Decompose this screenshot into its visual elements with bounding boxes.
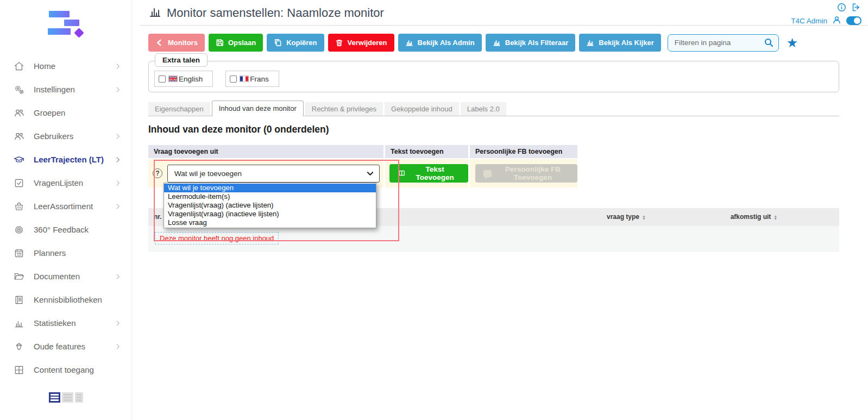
- save-button[interactable]: Opslaan: [209, 34, 263, 52]
- english-checkbox[interactable]: [159, 76, 166, 83]
- sidebar-item-content-toegang[interactable]: Content toegang: [0, 358, 131, 381]
- app-logo[interactable]: [48, 11, 87, 39]
- user-name[interactable]: T4C Admin: [791, 17, 827, 25]
- search-icon[interactable]: [764, 37, 774, 50]
- dropdown-option[interactable]: Vragenlijst(vraag) (inactieve lijsten): [164, 210, 376, 218]
- tab-bar: Eigenschappen Inhoud van deze monitor Re…: [148, 101, 839, 116]
- extra-languages-legend: Extra talen: [155, 53, 207, 67]
- app-window: Home Instellingen Groepen Gebruikers Lee…: [0, 0, 868, 420]
- tab-labels[interactable]: Labels 2.0: [461, 102, 506, 116]
- sidebar-item-planners[interactable]: Planners: [0, 241, 131, 265]
- chevron-right-icon: [114, 156, 122, 164]
- tab-gekoppelde-inhoud[interactable]: Gekoppelde inhoud: [385, 102, 459, 116]
- sidebar-item-gebruikers[interactable]: Gebruikers: [0, 124, 131, 148]
- main-content: Monitor samenstellen: Naamloze monitor T…: [132, 0, 868, 420]
- checkbox-icon: [14, 178, 24, 189]
- extra-languages-box: Extra talen English Frans: [148, 61, 839, 92]
- add-personal-fb-button[interactable]: Persoonlijke FB Toevoegen: [475, 164, 577, 183]
- grid-icon: [14, 365, 24, 375]
- view-as-kijker-button[interactable]: Bekijk Als Kijker: [579, 34, 661, 52]
- sidebar-item-vragenlijsten[interactable]: VragenLijsten: [0, 171, 131, 195]
- tab-rechten[interactable]: Rechten & privileges: [305, 102, 383, 116]
- sidebar-item-documenten[interactable]: Documenten: [0, 265, 131, 288]
- sidebar-item-home[interactable]: Home: [0, 54, 131, 78]
- layout-toggle-detail[interactable]: [62, 392, 73, 403]
- column-header-fb: Persoonlijke FB toevoegen: [470, 145, 577, 158]
- tab-eigenschappen[interactable]: Eigenschappen: [148, 102, 210, 116]
- bullseye-icon: [14, 224, 24, 235]
- chevron-right-icon: [114, 273, 122, 280]
- tab-inhoud[interactable]: Inhoud van deze monitor: [212, 101, 304, 116]
- sort-icon: ▲▼: [642, 215, 646, 220]
- dropdown-option[interactable]: Wat wil je toevoegen: [164, 184, 376, 192]
- sign-out-icon[interactable]: [851, 2, 861, 15]
- sidebar-item-360-feedback[interactable]: 360° Feedback: [0, 218, 131, 241]
- layout-toggles: [0, 392, 131, 403]
- column-header-tekst: Tekst toevoegen: [385, 145, 468, 158]
- column-header-afkomstig-uit[interactable]: afkomstig uit▲▼: [710, 213, 797, 221]
- chevron-right-icon: [114, 179, 122, 187]
- dropdown-option[interactable]: Losse vraag: [164, 218, 376, 227]
- logo-bar: [64, 20, 79, 26]
- bar-chart-icon: [586, 39, 594, 47]
- french-flag-icon: [240, 76, 249, 82]
- monitors-back-button[interactable]: Monitors: [148, 34, 205, 52]
- group-icon: [14, 108, 24, 118]
- logo-bar: [49, 11, 70, 17]
- add-type-dropdown: Wat wil je toevoegen Leermodule-item(s) …: [163, 183, 376, 228]
- acorn-icon: [14, 341, 24, 352]
- frans-checkbox[interactable]: [230, 76, 237, 83]
- trash-icon: [335, 39, 343, 47]
- folder-icon: [14, 271, 24, 282]
- speech-bubble-icon: [483, 170, 492, 177]
- bar-chart-icon: [14, 318, 24, 329]
- header-corner: T4C Admin: [791, 3, 861, 26]
- chevron-down-icon: [367, 170, 374, 177]
- sidebar-item-groepen[interactable]: Groepen: [0, 101, 131, 124]
- layout-toggle-compact[interactable]: [75, 392, 83, 403]
- sidebar-item-instellingen[interactable]: Instellingen: [0, 78, 131, 101]
- toolbar: Monitors Opslaan Kopiëren Verwijderen Be…: [148, 34, 868, 52]
- add-text-button[interactable]: Tekst Toevoegen: [389, 164, 468, 183]
- book-icon: [14, 294, 24, 305]
- sidebar-item-leertrajecten[interactable]: LeerTrajecten (LT): [0, 148, 131, 171]
- column-header-nr: nr.: [154, 213, 162, 221]
- column-header-vraag-type[interactable]: vraag type▲▼: [583, 213, 670, 221]
- dropdown-option[interactable]: Vragenlijst(vraag) (actieve lijsten): [164, 201, 376, 210]
- home-icon: [14, 61, 24, 72]
- delete-button[interactable]: Verwijderen: [328, 34, 394, 52]
- add-text-cell: Tekst Toevoegen: [385, 159, 468, 187]
- copy-button[interactable]: Kopiëren: [267, 34, 324, 52]
- empty-table-message: Deze monitor heeft nog geen inhoud: [155, 232, 279, 245]
- page-header: Monitor samenstellen: Naamloze monitor T…: [140, 0, 868, 26]
- sidebar-menu: Home Instellingen Groepen Gebruikers Lee…: [0, 54, 131, 381]
- graduation-cap-icon: [14, 154, 24, 165]
- add-type-select[interactable]: Wat wil je toevoegen: [167, 165, 380, 183]
- language-option-frans: Frans: [225, 71, 279, 87]
- info-icon[interactable]: [836, 2, 847, 15]
- sidebar-item-leerassortiment[interactable]: LeerAssortiment: [0, 195, 131, 218]
- layout-toggle-list[interactable]: [49, 392, 60, 403]
- theme-toggle[interactable]: [846, 16, 861, 25]
- dropdown-option[interactable]: Leermodule-item(s): [164, 192, 376, 201]
- save-icon: [216, 39, 224, 47]
- chevron-right-icon: [114, 62, 122, 70]
- sidebar-item-kennisbibliotheken[interactable]: Kennisbibliotheken: [0, 288, 131, 311]
- sidebar-item-statistieken[interactable]: Statistieken: [0, 311, 131, 335]
- page-filter: [668, 34, 779, 52]
- view-as-filteraar-button[interactable]: Bekijk Als Filteraar: [486, 34, 576, 52]
- filter-input[interactable]: [668, 34, 779, 52]
- copy-icon: [274, 39, 282, 47]
- person-icon[interactable]: [832, 15, 842, 27]
- view-as-admin-button[interactable]: Bekijk Als Admin: [398, 34, 482, 52]
- add-fb-cell: Persoonlijke FB Toevoegen: [470, 159, 577, 187]
- sidebar-item-oude-features[interactable]: Oude features: [0, 335, 131, 358]
- favorite-star-icon[interactable]: ★: [787, 36, 798, 49]
- column-header-vraag: Vraag toevoegen uit: [148, 145, 383, 158]
- bar-chart-icon: [405, 39, 413, 47]
- logo-diamond: [74, 28, 84, 37]
- language-option-english: English: [154, 71, 213, 87]
- sort-icon: ▲▼: [773, 215, 777, 220]
- help-icon[interactable]: ?: [153, 168, 162, 178]
- chevron-right-icon: [114, 133, 122, 140]
